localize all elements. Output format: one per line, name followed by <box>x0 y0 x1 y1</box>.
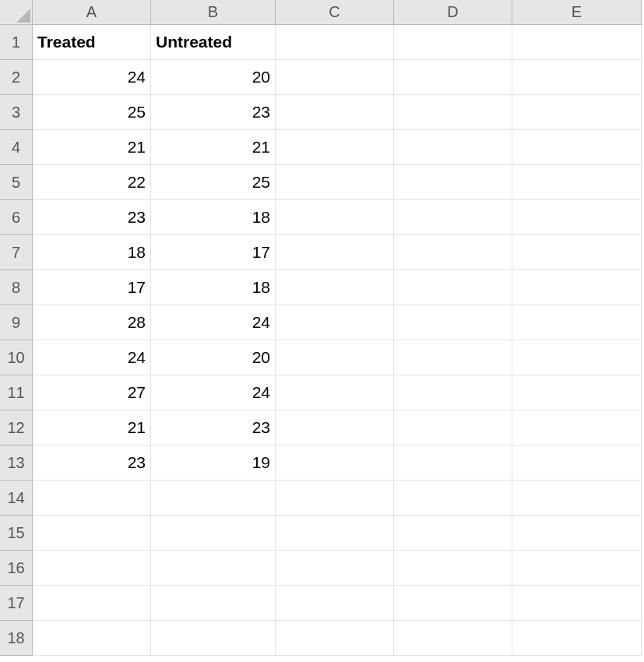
cell-E16[interactable] <box>512 551 642 586</box>
cell-E1[interactable] <box>512 25 642 60</box>
cell-A15[interactable] <box>33 516 151 551</box>
row-header-4[interactable]: 4 <box>0 130 33 165</box>
cell-A2[interactable]: 24 <box>33 60 151 95</box>
row-header-3[interactable]: 3 <box>0 95 33 130</box>
row-header-12[interactable]: 12 <box>0 410 33 445</box>
cell-C15[interactable] <box>276 516 394 551</box>
cell-C10[interactable] <box>276 340 394 375</box>
cell-B11[interactable]: 24 <box>151 375 276 410</box>
cell-B5[interactable]: 25 <box>151 165 276 200</box>
cell-D16[interactable] <box>394 551 512 586</box>
cell-A18[interactable] <box>33 621 151 656</box>
cell-D11[interactable] <box>394 375 512 410</box>
cell-B2[interactable]: 20 <box>151 60 276 95</box>
row-header-16[interactable]: 16 <box>0 551 33 586</box>
cell-C1[interactable] <box>276 25 394 60</box>
cell-B3[interactable]: 23 <box>151 95 276 130</box>
cell-D18[interactable] <box>394 621 512 656</box>
cell-B10[interactable]: 20 <box>151 340 276 375</box>
cell-D7[interactable] <box>394 235 512 270</box>
cell-C14[interactable] <box>276 481 394 516</box>
cell-D2[interactable] <box>394 60 512 95</box>
cell-C7[interactable] <box>276 235 394 270</box>
row-header-9[interactable]: 9 <box>0 305 33 340</box>
row-header-1[interactable]: 1 <box>0 25 33 60</box>
cell-B4[interactable]: 21 <box>151 130 276 165</box>
cell-D8[interactable] <box>394 270 512 305</box>
cell-E12[interactable] <box>512 410 642 445</box>
cell-B13[interactable]: 19 <box>151 445 276 481</box>
row-header-15[interactable]: 15 <box>0 516 33 551</box>
cell-E5[interactable] <box>512 165 642 200</box>
row-header-13[interactable]: 13 <box>0 445 33 481</box>
cell-E8[interactable] <box>512 270 642 305</box>
cell-B8[interactable]: 18 <box>151 270 276 305</box>
column-header-D[interactable]: D <box>394 0 512 25</box>
cell-A12[interactable]: 21 <box>33 410 151 445</box>
cell-C4[interactable] <box>276 130 394 165</box>
cell-B17[interactable] <box>151 586 276 621</box>
cell-A9[interactable]: 28 <box>33 305 151 340</box>
cell-D1[interactable] <box>394 25 512 60</box>
cell-D5[interactable] <box>394 165 512 200</box>
cell-B6[interactable]: 18 <box>151 200 276 235</box>
cell-C3[interactable] <box>276 95 394 130</box>
spreadsheet-grid[interactable]: ABCDE1TreatedUntreated224203252342121522… <box>0 0 644 656</box>
cell-C12[interactable] <box>276 410 394 445</box>
cell-A6[interactable]: 23 <box>33 200 151 235</box>
row-header-7[interactable]: 7 <box>0 235 33 270</box>
cell-D15[interactable] <box>394 516 512 551</box>
cell-E15[interactable] <box>512 516 642 551</box>
cell-A8[interactable]: 17 <box>33 270 151 305</box>
cell-E7[interactable] <box>512 235 642 270</box>
cell-C18[interactable] <box>276 621 394 656</box>
cell-A4[interactable]: 21 <box>33 130 151 165</box>
row-header-18[interactable]: 18 <box>0 621 33 656</box>
cell-C13[interactable] <box>276 445 394 481</box>
cell-E17[interactable] <box>512 586 642 621</box>
cell-A11[interactable]: 27 <box>33 375 151 410</box>
cell-E18[interactable] <box>512 621 642 656</box>
row-header-5[interactable]: 5 <box>0 165 33 200</box>
cell-A5[interactable]: 22 <box>33 165 151 200</box>
row-header-17[interactable]: 17 <box>0 586 33 621</box>
cell-D12[interactable] <box>394 410 512 445</box>
cell-D6[interactable] <box>394 200 512 235</box>
cell-C8[interactable] <box>276 270 394 305</box>
cell-E6[interactable] <box>512 200 642 235</box>
cell-E3[interactable] <box>512 95 642 130</box>
cell-D3[interactable] <box>394 95 512 130</box>
row-header-14[interactable]: 14 <box>0 481 33 516</box>
cell-E4[interactable] <box>512 130 642 165</box>
cell-B12[interactable]: 23 <box>151 410 276 445</box>
column-header-B[interactable]: B <box>151 0 276 25</box>
cell-D9[interactable] <box>394 305 512 340</box>
cell-A1[interactable]: Treated <box>33 25 151 60</box>
cell-E9[interactable] <box>512 305 642 340</box>
column-header-C[interactable]: C <box>276 0 394 25</box>
cell-D14[interactable] <box>394 481 512 516</box>
cell-C2[interactable] <box>276 60 394 95</box>
cell-B1[interactable]: Untreated <box>151 25 276 60</box>
cell-C16[interactable] <box>276 551 394 586</box>
cell-C6[interactable] <box>276 200 394 235</box>
column-header-E[interactable]: E <box>512 0 642 25</box>
cell-A7[interactable]: 18 <box>33 235 151 270</box>
cell-C11[interactable] <box>276 375 394 410</box>
cell-E13[interactable] <box>512 445 642 481</box>
cell-E2[interactable] <box>512 60 642 95</box>
select-all-corner[interactable] <box>0 0 33 25</box>
cell-E11[interactable] <box>512 375 642 410</box>
cell-A14[interactable] <box>33 481 151 516</box>
cell-C17[interactable] <box>276 586 394 621</box>
row-header-11[interactable]: 11 <box>0 375 33 410</box>
row-header-8[interactable]: 8 <box>0 270 33 305</box>
cell-D4[interactable] <box>394 130 512 165</box>
cell-D13[interactable] <box>394 445 512 481</box>
cell-B16[interactable] <box>151 551 276 586</box>
cell-C9[interactable] <box>276 305 394 340</box>
row-header-2[interactable]: 2 <box>0 60 33 95</box>
row-header-6[interactable]: 6 <box>0 200 33 235</box>
cell-E14[interactable] <box>512 481 642 516</box>
cell-A16[interactable] <box>33 551 151 586</box>
